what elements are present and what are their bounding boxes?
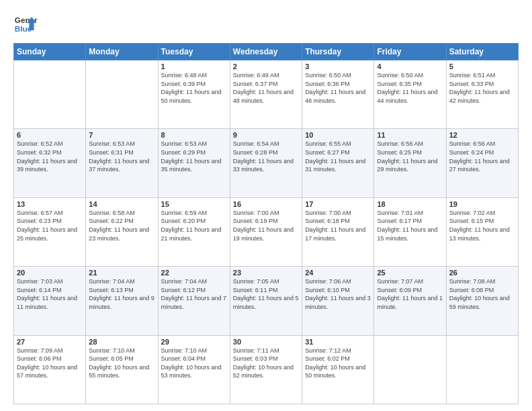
calendar-cell: 10Sunrise: 6:55 AMSunset: 6:27 PMDayligh…: [302, 129, 374, 197]
calendar-cell: 12Sunrise: 6:56 AMSunset: 6:24 PMDayligh…: [446, 129, 518, 197]
day-detail: Sunrise: 7:09 AMSunset: 6:06 PMDaylight:…: [17, 347, 83, 380]
day-number: 18: [377, 200, 443, 208]
weekday-header-monday: Monday: [86, 44, 158, 60]
calendar-cell: 18Sunrise: 7:01 AMSunset: 6:17 PMDayligh…: [374, 197, 446, 266]
weekday-header-sunday: Sunday: [14, 44, 86, 60]
calendar-cell: 28Sunrise: 7:10 AMSunset: 6:05 PMDayligh…: [86, 335, 158, 404]
calendar-cell: 4Sunrise: 6:50 AMSunset: 6:35 PMDaylight…: [374, 60, 446, 129]
calendar-cell: [446, 335, 518, 404]
weekday-header-row: SundayMondayTuesdayWednesdayThursdayFrid…: [14, 44, 519, 60]
day-number: 17: [305, 200, 371, 208]
day-number: 1: [161, 62, 227, 71]
calendar-table: SundayMondayTuesdayWednesdayThursdayFrid…: [13, 43, 519, 404]
day-number: 21: [89, 269, 154, 277]
day-detail: Sunrise: 7:10 AMSunset: 6:05 PMDaylight:…: [89, 347, 154, 380]
calendar-cell: 7Sunrise: 6:53 AMSunset: 6:31 PMDaylight…: [86, 129, 158, 197]
day-detail: Sunrise: 7:06 AMSunset: 6:10 PMDaylight:…: [305, 277, 371, 311]
day-number: 9: [233, 131, 299, 139]
calendar-cell: [14, 60, 86, 129]
day-detail: Sunrise: 7:04 AMSunset: 6:12 PMDaylight:…: [161, 277, 227, 311]
weekday-header-friday: Friday: [374, 44, 446, 60]
logo-icon: General Blue: [13, 12, 38, 36]
day-detail: Sunrise: 7:01 AMSunset: 6:17 PMDaylight:…: [377, 209, 443, 242]
day-detail: Sunrise: 7:05 AMSunset: 6:11 PMDaylight:…: [233, 277, 299, 311]
day-number: 31: [305, 338, 371, 346]
day-detail: Sunrise: 7:02 AMSunset: 6:15 PMDaylight:…: [449, 209, 515, 242]
day-detail: Sunrise: 6:48 AMSunset: 6:39 PMDaylight:…: [161, 71, 227, 105]
week-row-4: 27Sunrise: 7:09 AMSunset: 6:06 PMDayligh…: [14, 335, 519, 404]
day-number: 29: [161, 338, 227, 346]
day-detail: Sunrise: 6:53 AMSunset: 6:29 PMDaylight:…: [161, 140, 227, 173]
day-number: 19: [449, 200, 515, 208]
calendar-cell: 9Sunrise: 6:54 AMSunset: 6:28 PMDaylight…: [230, 129, 302, 197]
svg-text:General: General: [15, 15, 38, 24]
weekday-header-thursday: Thursday: [302, 44, 374, 60]
calendar-cell: 26Sunrise: 7:08 AMSunset: 6:08 PMDayligh…: [446, 267, 518, 335]
day-detail: Sunrise: 6:57 AMSunset: 6:23 PMDaylight:…: [17, 209, 83, 242]
calendar-cell: 21Sunrise: 7:04 AMSunset: 6:13 PMDayligh…: [86, 267, 158, 335]
day-detail: Sunrise: 7:03 AMSunset: 6:14 PMDaylight:…: [17, 277, 83, 311]
week-row-3: 20Sunrise: 7:03 AMSunset: 6:14 PMDayligh…: [14, 267, 519, 335]
header: General Blue: [13, 12, 519, 36]
day-number: 15: [161, 200, 227, 208]
week-row-0: 1Sunrise: 6:48 AMSunset: 6:39 PMDaylight…: [14, 60, 519, 129]
calendar-cell: [374, 335, 446, 404]
calendar-cell: 19Sunrise: 7:02 AMSunset: 6:15 PMDayligh…: [446, 197, 518, 266]
day-number: 27: [17, 338, 83, 346]
day-number: 24: [305, 269, 371, 277]
logo: General Blue: [13, 12, 38, 36]
calendar-cell: 20Sunrise: 7:03 AMSunset: 6:14 PMDayligh…: [14, 267, 86, 335]
day-detail: Sunrise: 7:00 AMSunset: 6:18 PMDaylight:…: [305, 209, 371, 242]
calendar-cell: 17Sunrise: 7:00 AMSunset: 6:18 PMDayligh…: [302, 197, 374, 266]
day-detail: Sunrise: 6:54 AMSunset: 6:28 PMDaylight:…: [233, 140, 299, 173]
day-detail: Sunrise: 7:08 AMSunset: 6:08 PMDaylight:…: [449, 277, 515, 311]
day-detail: Sunrise: 6:53 AMSunset: 6:31 PMDaylight:…: [89, 140, 154, 173]
calendar-cell: 3Sunrise: 6:50 AMSunset: 6:36 PMDaylight…: [302, 60, 374, 129]
day-detail: Sunrise: 6:56 AMSunset: 6:24 PMDaylight:…: [449, 140, 515, 173]
calendar-cell: 14Sunrise: 6:58 AMSunset: 6:22 PMDayligh…: [86, 197, 158, 266]
calendar-cell: 2Sunrise: 6:49 AMSunset: 6:37 PMDaylight…: [230, 60, 302, 129]
day-detail: Sunrise: 7:04 AMSunset: 6:13 PMDaylight:…: [89, 277, 154, 311]
page: General Blue SundayMondayTuesdayWednesda…: [0, 0, 532, 411]
calendar-cell: 15Sunrise: 6:59 AMSunset: 6:20 PMDayligh…: [158, 197, 230, 266]
day-detail: Sunrise: 6:58 AMSunset: 6:22 PMDaylight:…: [89, 209, 154, 242]
day-number: 14: [89, 200, 154, 208]
day-detail: Sunrise: 6:50 AMSunset: 6:36 PMDaylight:…: [305, 71, 371, 105]
day-number: 12: [449, 131, 515, 139]
day-detail: Sunrise: 7:11 AMSunset: 6:03 PMDaylight:…: [233, 347, 299, 380]
day-number: 16: [233, 200, 299, 208]
day-detail: Sunrise: 6:55 AMSunset: 6:27 PMDaylight:…: [305, 140, 371, 173]
day-detail: Sunrise: 6:52 AMSunset: 6:32 PMDaylight:…: [17, 140, 83, 173]
calendar-cell: 5Sunrise: 6:51 AMSunset: 6:33 PMDaylight…: [446, 60, 518, 129]
day-detail: Sunrise: 7:12 AMSunset: 6:02 PMDaylight:…: [305, 347, 371, 380]
week-row-1: 6Sunrise: 6:52 AMSunset: 6:32 PMDaylight…: [14, 129, 519, 197]
day-number: 10: [305, 131, 371, 139]
calendar-cell: 31Sunrise: 7:12 AMSunset: 6:02 PMDayligh…: [302, 335, 374, 404]
day-number: 26: [449, 269, 515, 277]
calendar-cell: 1Sunrise: 6:48 AMSunset: 6:39 PMDaylight…: [158, 60, 230, 129]
calendar-cell: 8Sunrise: 6:53 AMSunset: 6:29 PMDaylight…: [158, 129, 230, 197]
day-number: 7: [89, 131, 154, 139]
day-number: 8: [161, 131, 227, 139]
day-number: 3: [305, 62, 371, 71]
day-number: 20: [17, 269, 83, 277]
calendar-cell: 23Sunrise: 7:05 AMSunset: 6:11 PMDayligh…: [230, 267, 302, 335]
calendar-cell: 11Sunrise: 6:56 AMSunset: 6:25 PMDayligh…: [374, 129, 446, 197]
day-detail: Sunrise: 7:00 AMSunset: 6:19 PMDaylight:…: [233, 209, 299, 242]
day-number: 28: [89, 338, 154, 346]
day-number: 22: [161, 269, 227, 277]
day-detail: Sunrise: 6:49 AMSunset: 6:37 PMDaylight:…: [233, 71, 299, 105]
day-number: 25: [377, 269, 443, 277]
day-number: 5: [449, 62, 515, 71]
calendar-cell: 27Sunrise: 7:09 AMSunset: 6:06 PMDayligh…: [14, 335, 86, 404]
day-detail: Sunrise: 7:10 AMSunset: 6:04 PMDaylight:…: [161, 347, 227, 380]
weekday-header-tuesday: Tuesday: [158, 44, 230, 60]
calendar-cell: 24Sunrise: 7:06 AMSunset: 6:10 PMDayligh…: [302, 267, 374, 335]
day-detail: Sunrise: 6:56 AMSunset: 6:25 PMDaylight:…: [377, 140, 443, 173]
day-number: 6: [17, 131, 83, 139]
day-detail: Sunrise: 6:59 AMSunset: 6:20 PMDaylight:…: [161, 209, 227, 242]
calendar-cell: 22Sunrise: 7:04 AMSunset: 6:12 PMDayligh…: [158, 267, 230, 335]
day-detail: Sunrise: 7:07 AMSunset: 6:09 PMDaylight:…: [377, 277, 443, 311]
weekday-header-saturday: Saturday: [446, 44, 518, 60]
day-number: 13: [17, 200, 83, 208]
